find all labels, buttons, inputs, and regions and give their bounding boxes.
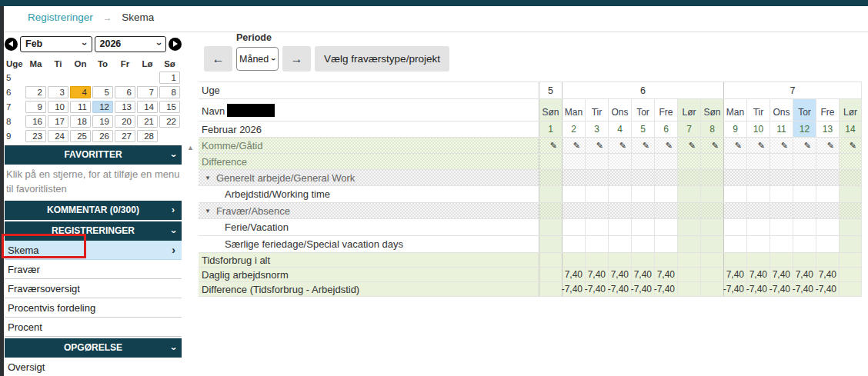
item-cell-7[interactable]: [677, 219, 700, 235]
edit-time-cell-13[interactable]: ✎: [816, 138, 839, 153]
calendar-day-14[interactable]: 14: [137, 101, 158, 113]
item-cell-2[interactable]: [562, 186, 585, 202]
item-cell-13[interactable]: [816, 219, 839, 235]
calendar-day-7[interactable]: 7: [137, 86, 158, 98]
edit-time-cell-1[interactable]: ✎: [539, 138, 562, 153]
item-cell-12[interactable]: [793, 186, 816, 202]
date-cell-2[interactable]: 2: [562, 121, 585, 137]
edit-time-cell-14[interactable]: ✎: [839, 138, 862, 153]
item-cell-3[interactable]: [585, 219, 608, 235]
item-cell-4[interactable]: [608, 236, 631, 252]
calendar-day-6[interactable]: 6: [115, 86, 135, 98]
calendar-month-select[interactable]: Feb ›: [20, 36, 92, 52]
sidebar-item-fravær[interactable]: Fravær›: [5, 260, 182, 279]
calendar-day-17[interactable]: 17: [48, 115, 68, 128]
edit-time-cell-2[interactable]: ✎: [562, 138, 585, 153]
item-cell-10[interactable]: [746, 186, 770, 202]
date-cell-4[interactable]: 4: [608, 121, 631, 137]
calendar-day-1[interactable]: 1: [159, 72, 180, 84]
item-cell-3[interactable]: [585, 236, 608, 252]
item-cell-10[interactable]: [746, 219, 770, 235]
section-header-kommentar[interactable]: KOMMENTAR (0/300) ›: [5, 201, 182, 220]
date-cell-13[interactable]: 13: [816, 121, 839, 137]
calendar-day-16[interactable]: 16: [25, 115, 46, 128]
next-period-button[interactable]: →: [282, 46, 311, 72]
item-cell-10[interactable]: [746, 236, 770, 252]
calendar-day-2[interactable]: 2: [25, 86, 46, 98]
item-cell-1[interactable]: [539, 186, 562, 202]
section-header-opgoerelse[interactable]: OPGØRELSE ›: [5, 338, 182, 358]
choose-absence-type-button[interactable]: Vælg fraværstype/projekt: [315, 46, 449, 72]
calendar-day-18[interactable]: 18: [70, 115, 91, 128]
calendar-next-month-button[interactable]: [169, 38, 182, 51]
item-cell-12[interactable]: [793, 219, 816, 235]
item-cell-4[interactable]: [608, 219, 631, 235]
edit-time-cell-4[interactable]: ✎: [608, 138, 631, 153]
date-cell-7[interactable]: 7: [677, 121, 700, 137]
calendar-day-15[interactable]: 15: [159, 101, 180, 113]
calendar-day-19[interactable]: 19: [92, 115, 113, 128]
item-cell-8[interactable]: [700, 186, 723, 202]
edit-time-cell-12[interactable]: ✎: [793, 138, 816, 153]
calendar-day-25[interactable]: 25: [70, 130, 91, 142]
sidebar-item-oversigt[interactable]: Oversigt›: [5, 358, 182, 376]
edit-time-cell-10[interactable]: ✎: [746, 138, 770, 153]
item-cell-4[interactable]: [608, 186, 631, 202]
edit-time-cell-9[interactable]: ✎: [723, 138, 746, 153]
item-cell-9[interactable]: [723, 219, 746, 235]
item-cell-7[interactable]: [677, 236, 700, 252]
calendar-day-13[interactable]: 13: [115, 101, 135, 113]
item-cell-2[interactable]: [562, 236, 585, 252]
item-cell-11[interactable]: [770, 236, 793, 252]
item-cell-6[interactable]: [654, 219, 677, 235]
item-cell-1[interactable]: [539, 219, 562, 235]
date-cell-1[interactable]: 1: [539, 121, 562, 137]
date-cell-8[interactable]: 8: [700, 121, 723, 137]
item-cell-9[interactable]: [723, 186, 746, 202]
date-cell-12[interactable]: 12: [793, 121, 816, 137]
calendar-day-11[interactable]: 11: [70, 101, 91, 113]
item-cell-2[interactable]: [562, 219, 585, 235]
item-cell-12[interactable]: [793, 236, 816, 252]
calendar-day-4[interactable]: 4: [70, 86, 91, 98]
calendar-year-select[interactable]: 2026 ›: [95, 36, 167, 52]
date-cell-9[interactable]: 9: [723, 121, 746, 137]
item-cell-6[interactable]: [654, 186, 677, 202]
date-cell-3[interactable]: 3: [585, 121, 608, 137]
section-header-registreringer[interactable]: REGISTRERINGER ›: [5, 221, 182, 241]
calendar-day-24[interactable]: 24: [48, 130, 68, 142]
group-row-fravær-absence[interactable]: ▼Fravær/Absence: [199, 203, 862, 219]
edit-time-cell-5[interactable]: ✎: [631, 138, 654, 153]
edit-time-cell-3[interactable]: ✎: [585, 138, 608, 153]
edit-time-cell-11[interactable]: ✎: [770, 138, 793, 153]
item-cell-14[interactable]: [839, 236, 862, 252]
edit-time-cell-8[interactable]: ✎: [700, 138, 723, 153]
previous-period-button[interactable]: ←: [204, 46, 232, 72]
item-cell-3[interactable]: [585, 186, 608, 202]
section-header-favoritter[interactable]: FAVORITTER ›: [5, 145, 182, 165]
edit-time-cell-7[interactable]: ✎: [677, 138, 700, 153]
sidebar-item-skema[interactable]: Skema›: [5, 241, 182, 260]
item-cell-11[interactable]: [770, 219, 793, 235]
calendar-day-5[interactable]: 5: [92, 86, 113, 98]
calendar-day-12[interactable]: 12: [92, 101, 113, 113]
calendar-day-23[interactable]: 23: [25, 130, 46, 142]
item-cell-14[interactable]: [839, 186, 862, 202]
item-cell-5[interactable]: [631, 186, 654, 202]
item-cell-5[interactable]: [631, 236, 654, 252]
calendar-day-20[interactable]: 20: [115, 115, 135, 128]
sidebar-item-procent[interactable]: Procent›: [5, 318, 182, 337]
item-cell-8[interactable]: [700, 236, 723, 252]
date-cell-11[interactable]: 11: [770, 121, 793, 137]
calendar-day-26[interactable]: 26: [92, 130, 113, 142]
calendar-day-8[interactable]: 8: [159, 86, 180, 98]
sidebar-scrollbar-up-arrow[interactable]: ▲: [187, 144, 194, 151]
sidebar-item-procentvis-fordeling[interactable]: Procentvis fordeling›: [5, 298, 182, 318]
item-cell-7[interactable]: [677, 186, 700, 202]
calendar-day-27[interactable]: 27: [115, 130, 135, 142]
calendar-day-21[interactable]: 21: [137, 115, 158, 128]
date-cell-5[interactable]: 5: [631, 121, 654, 137]
item-cell-6[interactable]: [654, 236, 677, 252]
sidebar-item-fraværsoversigt[interactable]: Fraværsoversigt›: [5, 279, 182, 298]
calendar-prev-month-button[interactable]: [5, 38, 18, 51]
